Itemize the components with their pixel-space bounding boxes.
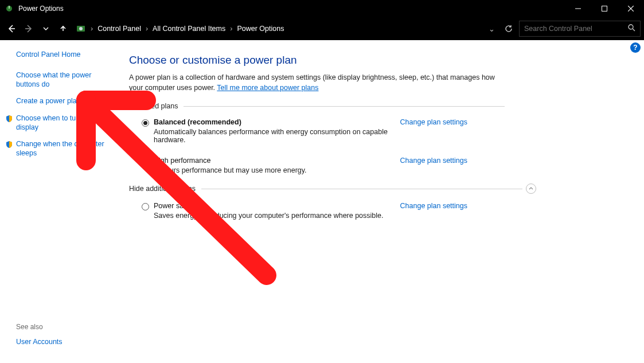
sidebar-link-computer-sleeps[interactable]: Change when the computer sleeps (16, 140, 104, 157)
radio-power-saver[interactable] (142, 203, 149, 210)
shield-icon (5, 115, 13, 123)
svg-line-11 (633, 29, 635, 31)
radio-high-performance[interactable] (142, 158, 149, 165)
sidebar-link-create-plan[interactable]: Create a power plan (16, 97, 81, 105)
svg-point-9 (79, 27, 83, 30)
svg-point-10 (629, 25, 633, 29)
change-settings-power-saver[interactable]: Change plan settings (400, 202, 467, 210)
address-bar: › Control Panel › All Control Panel Item… (0, 17, 644, 40)
svg-rect-3 (602, 6, 607, 11)
plan-power-saver-desc: Saves energy by reducing your computer's… (154, 212, 391, 220)
shield-icon (5, 140, 13, 149)
back-button[interactable] (3, 21, 19, 37)
divider (201, 189, 522, 189)
refresh-button[interactable] (499, 21, 518, 37)
change-settings-high-performance[interactable]: Change plan settings (400, 157, 467, 165)
sidebar-link-user-accounts[interactable]: User Accounts (16, 338, 63, 346)
plan-power-saver-title: Power saver (154, 202, 391, 210)
close-button[interactable] (618, 0, 644, 17)
hide-additional-label[interactable]: Hide additional plans (129, 185, 201, 193)
plan-high-performance-desc: Favours performance but may use more ene… (154, 166, 391, 174)
sidebar-link-power-buttons[interactable]: Choose what the power buttons do (16, 71, 91, 88)
plan-balanced[interactable]: Balanced (recommended) Automatically bal… (129, 115, 467, 145)
breadcrumb-mid[interactable]: All Control Panel Items (150, 24, 228, 34)
forward-button[interactable] (21, 21, 37, 37)
sidebar-home-link[interactable]: Control Panel Home (16, 50, 81, 58)
minimize-button[interactable] (565, 0, 591, 17)
preferred-plans-label: Preferred plans (129, 102, 184, 110)
up-button[interactable] (55, 21, 71, 37)
breadcrumb-leaf[interactable]: Power Options (235, 24, 286, 34)
intro-text: A power plan is a collection of hardware… (129, 72, 496, 93)
plan-high-performance[interactable]: High performance Favours performance but… (129, 153, 467, 175)
change-settings-balanced[interactable]: Change plan settings (400, 118, 467, 126)
breadcrumb-bar[interactable]: › Control Panel › All Control Panel Item… (72, 21, 498, 37)
divider (184, 106, 505, 107)
plan-power-saver[interactable]: Power saver Saves energy by reducing you… (129, 198, 467, 221)
history-dropdown-button[interactable] (38, 21, 54, 37)
see-also-label: See also (16, 323, 112, 331)
title-bar: Power Options (0, 0, 644, 17)
chevron-right-icon[interactable]: › (230, 25, 232, 33)
maximize-button[interactable] (591, 0, 618, 17)
plan-balanced-desc: Automatically balances performance with … (154, 128, 391, 144)
chevron-right-icon[interactable]: › (91, 25, 93, 33)
plan-high-performance-title: High performance (154, 157, 391, 165)
chevron-down-icon[interactable]: ⌄ (489, 25, 495, 33)
search-input[interactable] (524, 25, 628, 33)
sidebar-link-turn-off-display[interactable]: Choose when to turn off the display (16, 114, 104, 131)
sidebar: Control Panel Home Choose what the power… (0, 40, 118, 363)
svg-rect-1 (9, 6, 10, 9)
main-content: Choose or customise a power plan A power… (118, 40, 644, 363)
plan-balanced-title: Balanced (recommended) (154, 118, 391, 126)
chevron-right-icon[interactable]: › (146, 25, 148, 33)
search-icon[interactable] (628, 24, 635, 34)
window-title: Power Options (18, 5, 64, 13)
search-box[interactable] (519, 21, 641, 37)
breadcrumb-root[interactable]: Control Panel (95, 24, 143, 34)
page-heading: Choose or customise a power plan (129, 54, 627, 67)
radio-balanced[interactable] (142, 119, 149, 127)
control-panel-icon (76, 24, 86, 34)
app-icon (5, 4, 14, 13)
collapse-icon[interactable] (526, 184, 536, 194)
intro-link[interactable]: Tell me more about power plans (217, 84, 318, 92)
